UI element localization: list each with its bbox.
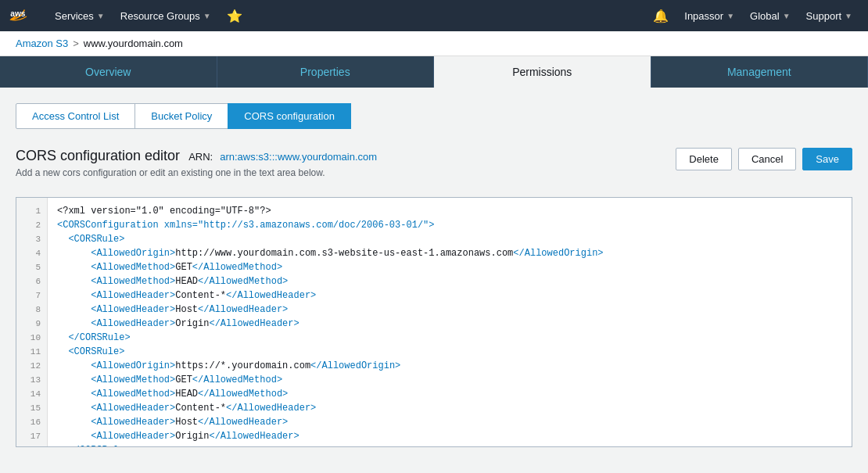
editor-header: CORS configuration editor ARN: arn:aws:s… [16, 148, 377, 178]
code-content[interactable]: <?xml version="1.0" encoding="UTF-8"?><C… [48, 198, 852, 446]
code-line: <CORSConfiguration xmlns="http://s3.amaz… [57, 218, 842, 232]
code-line: <AllowedOrigin>https://*.yourdomain.com<… [57, 359, 842, 373]
breadcrumb-s3-link[interactable]: Amazon S3 [16, 38, 68, 49]
code-line: <AllowedMethod>HEAD</AllowedMethod> [57, 387, 842, 401]
breadcrumb: Amazon S3 > www.yourdomain.com [0, 31, 868, 56]
line-number: 8 [16, 303, 47, 317]
services-caret-icon: ▼ [97, 12, 105, 20]
code-line: <AllowedMethod>HEAD</AllowedMethod> [57, 274, 842, 288]
editor-title-text: CORS configuration editor [16, 148, 180, 163]
code-line: <AllowedMethod>GET</AllowedMethod> [57, 373, 842, 387]
main-content: Access Control List Bucket Policy CORS c… [0, 88, 868, 463]
user-caret-icon: ▼ [726, 12, 734, 20]
code-line: <CORSRule> [57, 345, 842, 359]
user-menu[interactable]: Inpassor ▼ [678, 7, 741, 25]
line-number: 17 [16, 429, 47, 443]
code-line: <AllowedHeader>Host</AllowedHeader> [57, 415, 842, 429]
line-number: 12 [16, 359, 47, 373]
tab-properties[interactable]: Properties [217, 56, 435, 88]
line-number: 3 [16, 232, 47, 246]
editor-title: CORS configuration editor ARN: arn:aws:s… [16, 148, 377, 164]
save-button[interactable]: Save [802, 148, 852, 170]
line-number: 1 [16, 204, 47, 218]
arn-value: arn:aws:s3:::www.yourdomain.com [220, 151, 377, 163]
action-bar: Delete Cancel Save [676, 148, 852, 170]
line-number: 2 [16, 218, 47, 232]
cors-configuration-button[interactable]: CORS configuration [228, 103, 351, 129]
line-number: 10 [16, 331, 47, 345]
code-line: <AllowedHeader>Origin</AllowedHeader> [57, 317, 842, 331]
support-menu[interactable]: Support ▼ [800, 7, 859, 25]
tab-permissions[interactable]: Permissions [434, 56, 651, 88]
support-label: Support [806, 10, 842, 22]
bucket-policy-button[interactable]: Bucket Policy [135, 103, 228, 129]
tab-management[interactable]: Management [651, 56, 869, 88]
line-number: 14 [16, 387, 47, 401]
line-number: 13 [16, 373, 47, 387]
tab-overview[interactable]: Overview [0, 56, 217, 88]
services-menu[interactable]: Services ▼ [48, 7, 111, 25]
code-line: <AllowedHeader>Content-*</AllowedHeader> [57, 401, 842, 415]
services-label: Services [55, 10, 94, 22]
editor-subtitle: Add a new cors configuration or edit an … [16, 167, 377, 178]
notification-bell-icon[interactable]: 🔔 [647, 5, 675, 27]
sub-navigation: Access Control List Bucket Policy CORS c… [16, 103, 852, 129]
region-caret-icon: ▼ [783, 12, 791, 20]
line-number: 7 [16, 288, 47, 303]
top-navigation: aws Services ▼ Resource Groups ▼ ⭐ 🔔 Inp… [0, 0, 868, 31]
region-label: Global [750, 10, 780, 22]
arn-label: ARN: [188, 151, 213, 163]
code-line: <AllowedHeader>Host</AllowedHeader> [57, 303, 842, 317]
code-line: <AllowedHeader>Content-*</AllowedHeader> [57, 288, 842, 303]
user-label: Inpassor [684, 10, 723, 22]
line-number: 18 [16, 443, 47, 447]
code-line: <AllowedHeader>Origin</AllowedHeader> [57, 429, 842, 443]
code-editor[interactable]: 1234567891011121314151617181920 <?xml ve… [16, 197, 852, 447]
line-number: 15 [16, 401, 47, 415]
cancel-button[interactable]: Cancel [738, 148, 796, 170]
support-caret-icon: ▼ [845, 12, 852, 20]
line-number: 16 [16, 415, 47, 429]
line-number: 6 [16, 274, 47, 288]
resource-groups-menu[interactable]: Resource Groups ▼ [114, 7, 217, 25]
resource-groups-caret-icon: ▼ [203, 12, 211, 20]
tabs-bar: Overview Properties Permissions Manageme… [0, 56, 868, 88]
code-line: </CORSRule> [57, 331, 842, 345]
code-line: <?xml version="1.0" encoding="UTF-8"?> [57, 204, 842, 218]
line-number: 9 [16, 317, 47, 331]
nav-right-section: 🔔 Inpassor ▼ Global ▼ Support ▼ [647, 5, 859, 27]
bookmark-icon-button[interactable]: ⭐ [221, 5, 249, 27]
aws-logo: aws [9, 5, 39, 27]
line-number: 5 [16, 260, 47, 274]
region-menu[interactable]: Global ▼ [744, 7, 796, 25]
delete-button[interactable]: Delete [676, 148, 732, 170]
line-number: 11 [16, 345, 47, 359]
line-number: 4 [16, 246, 47, 260]
breadcrumb-current: www.yourdomain.com [84, 38, 183, 49]
code-line: </CORSRule> [57, 443, 842, 446]
breadcrumb-separator: > [73, 38, 79, 49]
code-line: <AllowedMethod>GET</AllowedMethod> [57, 260, 842, 274]
acl-button[interactable]: Access Control List [16, 103, 135, 129]
resource-groups-label: Resource Groups [120, 10, 200, 22]
line-numbers: 1234567891011121314151617181920 [16, 198, 48, 446]
code-line: <AllowedOrigin>http://www.yourdomain.com… [57, 246, 842, 260]
code-line: <CORSRule> [57, 232, 842, 246]
svg-text:aws: aws [10, 9, 26, 18]
